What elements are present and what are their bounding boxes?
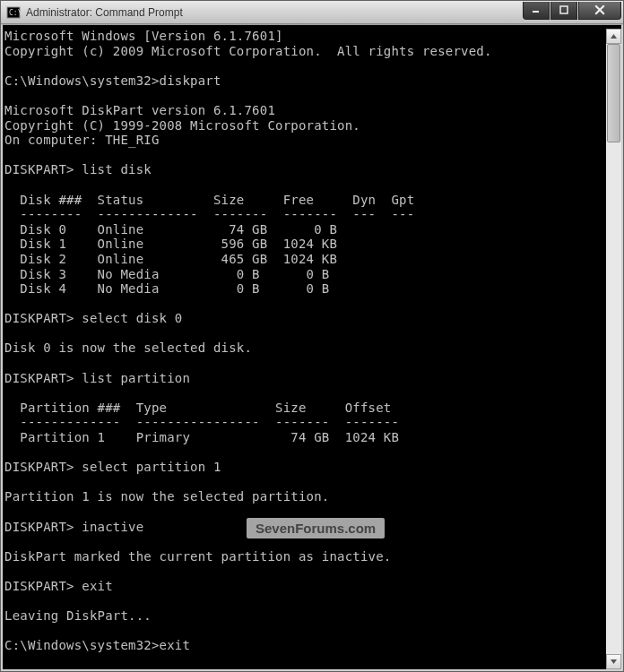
close-button[interactable] [578, 2, 621, 20]
vertical-scrollbar[interactable] [606, 29, 621, 669]
scrollbar-thumb[interactable] [607, 44, 620, 142]
window-controls [523, 2, 621, 20]
scroll-down-button[interactable] [606, 654, 621, 669]
svg-rect-3 [560, 6, 568, 13]
svg-text:C:\: C:\ [9, 9, 21, 17]
svg-marker-6 [611, 34, 617, 39]
maximize-button[interactable] [550, 2, 577, 20]
command-prompt-window: C:\ Administrator: Command Prompt Micros… [0, 0, 624, 672]
window-title: Administrator: Command Prompt [26, 6, 523, 19]
client-area: Microsoft Windows [Version 6.1.7601] Cop… [1, 24, 623, 671]
svg-marker-7 [611, 659, 617, 664]
terminal-output[interactable]: Microsoft Windows [Version 6.1.7601] Cop… [3, 29, 606, 669]
scroll-up-button[interactable] [606, 29, 621, 44]
minimize-button[interactable] [523, 2, 550, 20]
scrollbar-track[interactable] [606, 44, 621, 654]
cmd-icon: C:\ [6, 5, 21, 20]
titlebar[interactable]: C:\ Administrator: Command Prompt [1, 1, 623, 24]
